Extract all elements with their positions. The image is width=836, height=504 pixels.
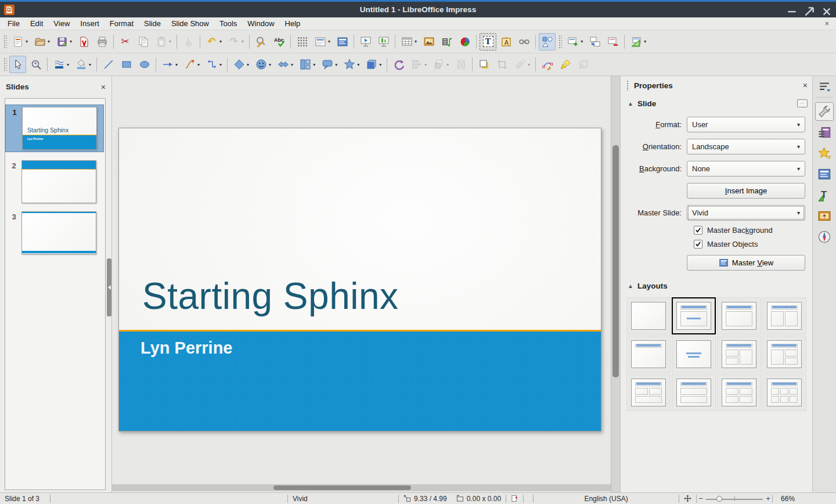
layout-centered-text[interactable] (672, 336, 716, 373)
toolbar-button-3d-objects[interactable]: ▾ (363, 56, 384, 73)
toolbar-button-stars[interactable]: ▾ (341, 56, 362, 73)
menu-window[interactable]: Window (242, 18, 279, 29)
statusbar-slide-info[interactable]: Slide 1 of 3 (0, 493, 50, 504)
toolbar-button-new-presentation[interactable]: ▾ (9, 33, 30, 51)
master-objects-checkbox-row[interactable]: Master Objects (694, 240, 805, 249)
dropdown-arrow-icon[interactable]: ▾ (70, 39, 72, 44)
sidebar-tab-master-slides[interactable] (815, 165, 834, 183)
toolbar-button-save[interactable]: ▾ (53, 33, 74, 51)
dropdown-arrow-icon[interactable]: ▾ (644, 39, 646, 44)
toolbar-button-print[interactable] (93, 33, 110, 51)
toolbar-button-points[interactable] (539, 56, 556, 73)
toolbar-grip[interactable] (3, 57, 7, 72)
layout-title-slide[interactable] (672, 297, 716, 334)
statusbar-cursor-position[interactable]: 9.33 / 4.99 (399, 493, 452, 504)
menu-edit[interactable]: Edit (25, 18, 48, 29)
toolbar-button-duplicate-slide[interactable] (586, 33, 603, 51)
more-options-icon[interactable]: ⋯ (797, 99, 808, 107)
fit-slide-button[interactable] (679, 493, 696, 504)
dropdown-arrow-icon[interactable]: ▾ (169, 39, 171, 44)
close-button[interactable] (822, 7, 831, 16)
toolbar-button-display-grid[interactable] (294, 33, 311, 51)
dropdown-arrow-icon[interactable]: ▾ (175, 62, 178, 67)
toolbar-button-show-draw-functions[interactable] (539, 33, 556, 51)
slide-section-header[interactable]: ▲ Slide ⋯ (625, 96, 812, 110)
toolbar-button-master-slide[interactable] (334, 33, 351, 51)
slide-thumbnail-2[interactable]: 2 (6, 160, 103, 203)
master-slide-dropdown[interactable]: Vivid ▾ (687, 205, 805, 221)
layout-title-6-content[interactable] (762, 374, 806, 411)
close-document-icon[interactable]: × (824, 19, 829, 28)
dropdown-arrow-icon[interactable]: ▾ (313, 62, 315, 67)
menu-help[interactable]: Help (280, 18, 306, 29)
slide-thumbnail-3[interactable]: 3 (6, 211, 103, 254)
dropdown-arrow-icon[interactable]: ▾ (242, 39, 244, 44)
zoom-out-icon[interactable]: − (697, 494, 705, 503)
sidebar-settings-icon[interactable] (817, 81, 832, 93)
slides-panel-close-icon[interactable]: × (101, 82, 106, 92)
slide-editing-surface[interactable]: Starting Sphinx Lyn Perrine (118, 128, 601, 431)
slide-title-text[interactable]: Starting Sphinx (142, 275, 399, 318)
restore-button[interactable] (805, 7, 814, 16)
dropdown-arrow-icon[interactable]: ▾ (269, 62, 271, 67)
vertical-scrollbar-thumb[interactable] (612, 145, 619, 377)
dropdown-arrow-icon[interactable]: ▾ (67, 62, 69, 67)
slide-thumbnail-image[interactable] (21, 160, 96, 203)
toolbar-button-display-views[interactable]: ▾ (312, 33, 333, 51)
toolbar-button-insert-chart[interactable] (456, 33, 473, 51)
horizontal-scrollbar-thumb[interactable] (273, 485, 411, 490)
dropdown-arrow-icon[interactable]: ▾ (528, 62, 530, 67)
panel-grip[interactable] (626, 80, 629, 91)
dropdown-arrow-icon[interactable]: ▾ (291, 62, 293, 67)
statusbar-object-size[interactable]: 0.00 x 0.00 (452, 493, 506, 504)
toolbar-button-export-pdf[interactable] (75, 33, 92, 51)
master-background-checkbox-row[interactable]: Master Background (694, 226, 805, 235)
master-background-checkbox[interactable] (694, 226, 702, 235)
toolbar-button-callouts[interactable]: ▾ (319, 56, 340, 73)
sidebar-tab-properties[interactable] (815, 102, 834, 121)
layout-title-content-over-content[interactable] (672, 374, 716, 411)
slide-thumbnail-1[interactable]: 1Starting SphinxLyn Perrine (5, 105, 104, 152)
menu-file[interactable]: File (2, 18, 25, 29)
layout-title-2-content-and-content[interactable] (717, 336, 761, 373)
insert-image-button[interactable]: Insert Image (687, 183, 805, 199)
zoom-slider[interactable]: − + (697, 493, 772, 504)
toolbar-button-select[interactable] (9, 56, 26, 73)
layout-title-content-and-2-content[interactable] (762, 336, 806, 373)
slide-thumbnail-image[interactable] (21, 211, 96, 254)
menu-tools[interactable]: Tools (214, 18, 242, 29)
toolbar-button-fill-color[interactable]: ▾ (73, 56, 93, 73)
toolbar-button-insert-fontwork[interactable]: A (498, 33, 514, 51)
toolbar-button-block-arrows[interactable]: ▾ (275, 56, 296, 73)
menu-view[interactable]: View (48, 18, 75, 29)
sidebar-tab-navigator[interactable] (815, 228, 834, 246)
toolbar-button-glue-points[interactable] (557, 56, 574, 73)
toolbar-button-undo[interactable]: ↶▾ (203, 33, 224, 51)
toolbar-button-zoom-tool[interactable] (27, 56, 44, 73)
dropdown-arrow-icon[interactable]: ▾ (197, 62, 200, 67)
toolbar-button-connectors[interactable]: ▾ (203, 56, 224, 73)
dropdown-arrow-icon[interactable]: ▾ (357, 62, 359, 67)
layouts-section-header[interactable]: ▲ Layouts (625, 279, 812, 293)
statusbar-zoom-level[interactable]: 66% (773, 493, 799, 504)
zoom-in-icon[interactable]: + (764, 494, 772, 503)
sidebar-tab-animation[interactable] (815, 144, 834, 163)
toolbar-button-symbol-shapes[interactable]: ▾ (253, 56, 273, 73)
toolbar-button-copy[interactable] (135, 33, 152, 51)
layout-blank-slide[interactable] (626, 297, 671, 334)
menu-insert[interactable]: Insert (75, 18, 105, 29)
toolbar-button-spelling[interactable]: Abc (271, 33, 287, 51)
toolbar-button-curve[interactable]: ▾ (181, 56, 202, 73)
layout-title-2-content-over-content[interactable] (626, 374, 671, 411)
toolbar-button-insert-textbox[interactable]: T (480, 33, 496, 51)
dropdown-arrow-icon[interactable]: ▾ (379, 62, 381, 67)
dropdown-arrow-icon[interactable]: ▾ (581, 39, 583, 44)
master-view-button[interactable]: Master View (687, 255, 805, 271)
dropdown-arrow-icon[interactable]: ▾ (328, 39, 330, 44)
toolbar-button-slide-properties[interactable]: ▾ (628, 33, 648, 51)
dropdown-arrow-icon[interactable]: ▾ (415, 39, 417, 44)
toolbar-button-insert-line[interactable] (100, 56, 117, 73)
vertical-scrollbar[interactable] (611, 76, 620, 492)
slide-thumbnail-image[interactable]: Starting SphinxLyn Perrine (22, 107, 97, 150)
statusbar-modified-indicator[interactable]: * (506, 493, 523, 504)
